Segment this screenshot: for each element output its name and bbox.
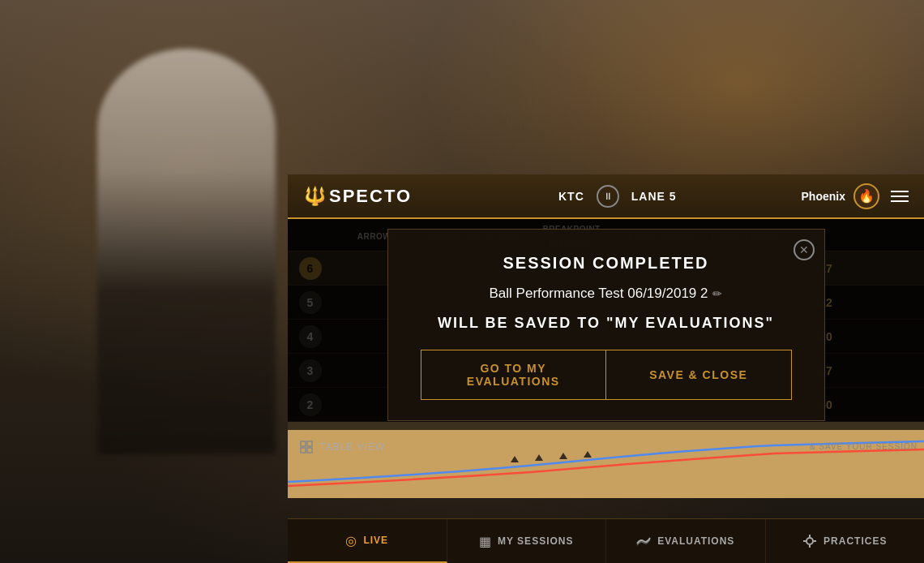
hamburger-line — [891, 196, 909, 197]
logo-area: 🔱 SPECTO — [288, 186, 434, 207]
edit-icon[interactable]: ✏ — [712, 287, 722, 300]
nav-label-live: LIVE — [363, 535, 388, 546]
bottom-navigation: ◎ LIVE ▦ MY SESSIONS EVALUATIONS PRACTIC… — [288, 518, 924, 563]
evaluations-icon — [636, 535, 651, 547]
nav-item-evaluations[interactable]: EVALUATIONS — [606, 519, 766, 563]
lane-label: LANE 5 — [631, 190, 677, 203]
modal-close-button[interactable]: ✕ — [794, 239, 815, 260]
svg-rect-3 — [307, 448, 312, 453]
header-center: KTC ⏸ LANE 5 — [434, 185, 802, 208]
hamburger-line — [891, 191, 909, 192]
phoenix-icon: 🔥 — [853, 183, 879, 209]
live-icon: ◎ — [345, 533, 357, 548]
pause-button[interactable]: ⏸ — [597, 185, 619, 208]
header-right: Phoenix 🔥 — [802, 183, 924, 209]
session-name-text: Ball Performance Test 06/19/2019 2 — [490, 286, 708, 302]
logo-icon: 🔱 — [304, 186, 326, 207]
ktc-label: KTC — [558, 190, 584, 203]
modal-title: SESSION COMPLETED — [421, 254, 792, 273]
modal-box: ✕ SESSION COMPLETED Ball Performance Tes… — [387, 229, 825, 421]
svg-rect-2 — [301, 448, 306, 453]
svg-point-10 — [806, 538, 813, 544]
phoenix-label: Phoenix — [802, 190, 845, 203]
nav-item-practices[interactable]: PRACTICES — [766, 519, 925, 563]
svg-rect-1 — [307, 441, 312, 446]
table-view-label: TABLE VIEW — [319, 441, 385, 453]
nav-label-evaluations: EVALUATIONS — [657, 535, 734, 547]
svg-rect-0 — [301, 441, 306, 446]
modal-subtitle: WILL BE SAVED TO "MY EVALUATIONS" — [421, 315, 792, 332]
modal-overlay: ✕ SESSION COMPLETED Ball Performance Tes… — [288, 219, 924, 430]
nav-label-practices: PRACTICES — [823, 535, 887, 547]
hamburger-line — [891, 200, 909, 202]
nav-item-live[interactable]: ◎ LIVE — [288, 519, 447, 563]
sessions-icon: ▦ — [479, 534, 491, 549]
pause-icon: ⏸ — [603, 191, 613, 202]
close-icon: ✕ — [799, 243, 809, 256]
goto-evaluations-button[interactable]: GO TO MY EVALUATIONS — [421, 350, 607, 400]
session-notice: & SAVE YOUR SESSION — [810, 442, 924, 451]
table-icon — [300, 441, 313, 453]
table-view-button[interactable]: TABLE VIEW — [300, 441, 385, 453]
modal-session-name: Ball Performance Test 06/19/2019 2 ✏ — [421, 286, 792, 302]
person-silhouette — [97, 49, 276, 454]
modal-actions: GO TO MY EVALUATIONS SAVE & CLOSE — [421, 350, 792, 400]
nav-label-sessions: MY SESSIONS — [498, 535, 573, 547]
header-bar: 🔱 SPECTO KTC ⏸ LANE 5 Phoenix 🔥 — [288, 174, 924, 219]
app-name: SPECTO — [329, 186, 412, 207]
practices-icon — [802, 534, 817, 548]
save-close-button[interactable]: SAVE & CLOSE — [606, 350, 792, 400]
menu-button[interactable] — [888, 187, 912, 205]
nav-item-my-sessions[interactable]: ▦ MY SESSIONS — [447, 519, 607, 563]
